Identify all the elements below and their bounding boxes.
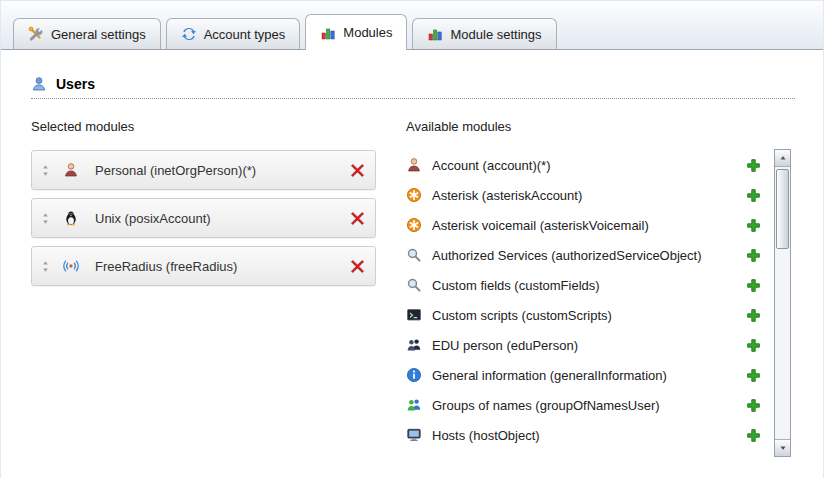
drag-handle-icon[interactable] [40, 163, 51, 178]
group-icon [406, 397, 422, 413]
add-module-button[interactable] [746, 248, 761, 263]
selected-module-row: Personal (inetOrgPerson)(*) [31, 150, 376, 190]
penguin-icon [63, 210, 79, 226]
remove-module-button[interactable] [350, 211, 365, 226]
tab-module-settings[interactable]: Module settings [412, 18, 556, 49]
add-module-button[interactable] [746, 218, 761, 233]
available-module-row: Authorized Services (authorizedServiceOb… [406, 240, 761, 270]
available-module-row: Custom fields (customFields) [406, 270, 761, 300]
remove-module-button[interactable] [350, 259, 365, 274]
tab-account-types[interactable]: Account types [166, 18, 301, 49]
add-module-button[interactable] [746, 188, 761, 203]
available-module-row: Custom scripts (customScripts) [406, 300, 761, 330]
computer-icon [406, 427, 422, 443]
scrollbar-track[interactable] [775, 167, 790, 439]
selected-modules-heading: Selected modules [31, 119, 376, 134]
scrollbar-down-button[interactable] [775, 439, 790, 456]
available-module-row: Account (account)(*) [406, 150, 761, 180]
add-module-button[interactable] [746, 338, 761, 353]
tab-label: Account types [204, 27, 286, 42]
available-module-row: Asterisk (asteriskAccount) [406, 180, 761, 210]
tab-bar: General settingsAccount typesModulesModu… [1, 1, 823, 50]
available-module-row: Asterisk voicemail (asteriskVoicemail) [406, 210, 761, 240]
available-module-row: EDU person (eduPerson) [406, 330, 761, 360]
scrollbar-thumb[interactable] [776, 169, 789, 249]
content-area: Users Selected modules Personal (inetOrg… [1, 50, 823, 478]
page-title: Users [56, 76, 95, 92]
selected-modules-column: Selected modules Personal (inetOrgPerson… [31, 119, 376, 450]
tab-modules[interactable]: Modules [305, 14, 407, 50]
drag-handle-icon[interactable] [40, 211, 51, 226]
modules-icon [427, 26, 443, 42]
person-icon [406, 157, 422, 173]
radio-icon [63, 258, 79, 274]
terminal-icon [406, 307, 422, 323]
info-icon [406, 367, 422, 383]
magnifier-icon [406, 277, 422, 293]
module-label: Unix (posixAccount) [95, 211, 350, 226]
modules-columns: Selected modules Personal (inetOrgPerson… [31, 119, 795, 450]
module-label: FreeRadius (freeRadius) [95, 259, 350, 274]
add-module-button[interactable] [746, 158, 761, 173]
wrench-icon [28, 26, 44, 42]
module-label: Account (account)(*) [432, 158, 738, 173]
module-label: Custom fields (customFields) [432, 278, 738, 293]
tab-general-settings[interactable]: General settings [13, 18, 161, 49]
asterisk-icon [406, 217, 422, 233]
modules-icon [320, 25, 336, 41]
refresh-icon [181, 26, 197, 42]
module-label: Groups of names (groupOfNamesUser) [432, 398, 738, 413]
add-module-button[interactable] [746, 428, 761, 443]
asterisk-icon [406, 187, 422, 203]
scrollbar[interactable] [774, 149, 791, 457]
module-label: Asterisk (asteriskAccount) [432, 188, 738, 203]
magnifier-icon [406, 247, 422, 263]
remove-module-button[interactable] [350, 163, 365, 178]
scrollbar-up-button[interactable] [775, 150, 790, 167]
available-module-row: General information (generalInformation) [406, 360, 761, 390]
available-module-row: Groups of names (groupOfNamesUser) [406, 390, 761, 420]
tab-label: Modules [343, 25, 392, 40]
lam-configuration-page: General settingsAccount typesModulesModu… [0, 0, 824, 478]
add-module-button[interactable] [746, 308, 761, 323]
available-modules-heading: Available modules [406, 119, 761, 134]
add-module-button[interactable] [746, 278, 761, 293]
selected-module-row: FreeRadius (freeRadius) [31, 246, 376, 286]
add-module-button[interactable] [746, 368, 761, 383]
module-label: General information (generalInformation) [432, 368, 738, 383]
available-modules-column: Available modules Account (account)(*)As… [406, 119, 795, 450]
module-label: Asterisk voicemail (asteriskVoicemail) [432, 218, 738, 233]
available-modules-list: Account (account)(*)Asterisk (asteriskAc… [406, 150, 761, 450]
selected-module-row: Unix (posixAccount) [31, 198, 376, 238]
module-label: Authorized Services (authorizedServiceOb… [432, 248, 738, 263]
module-label: Custom scripts (customScripts) [432, 308, 738, 323]
user-icon [31, 76, 47, 92]
people-icon [406, 337, 422, 353]
tab-label: Module settings [450, 27, 541, 42]
module-label: EDU person (eduPerson) [432, 338, 738, 353]
module-label: Personal (inetOrgPerson)(*) [95, 163, 350, 178]
available-module-row: Hosts (hostObject) [406, 420, 761, 450]
section-header: Users [31, 76, 795, 99]
add-module-button[interactable] [746, 398, 761, 413]
person-icon [63, 162, 79, 178]
module-label: Hosts (hostObject) [432, 428, 738, 443]
selected-modules-list: Personal (inetOrgPerson)(*)Unix (posixAc… [31, 150, 376, 286]
drag-handle-icon[interactable] [40, 259, 51, 274]
tab-label: General settings [51, 27, 146, 42]
